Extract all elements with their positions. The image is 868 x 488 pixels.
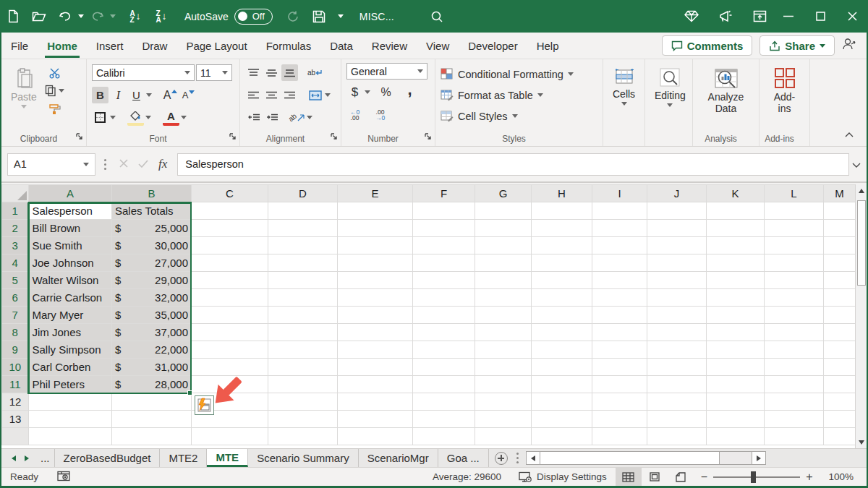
comments-button[interactable]: Comments [662, 35, 753, 56]
cell[interactable] [192, 307, 268, 324]
formula-bar-input[interactable]: Salesperson [177, 153, 849, 176]
align-top-button[interactable] [245, 64, 262, 81]
cell[interactable] [475, 272, 532, 289]
redo-dropdown-icon[interactable] [110, 14, 116, 18]
insert-function-button[interactable]: fx [158, 157, 167, 171]
cell-value[interactable]: $35,000 [112, 307, 192, 324]
select-all-button[interactable] [2, 185, 29, 202]
cell[interactable] [707, 428, 765, 445]
cell[interactable] [647, 324, 707, 341]
cell[interactable] [268, 324, 338, 341]
cell[interactable] [592, 341, 647, 359]
cell[interactable] [532, 341, 592, 359]
cell-name[interactable]: Sally Simpson [29, 341, 112, 359]
cancel-icon[interactable] [119, 158, 128, 171]
column-header[interactable]: K [707, 185, 765, 202]
cell-name[interactable]: Joe Johnson [29, 254, 112, 272]
cell[interactable] [338, 341, 413, 359]
sheet-tab-scenariomgr[interactable]: ScenarioMgr [359, 449, 438, 467]
scroll-down-button[interactable] [856, 436, 867, 448]
horizontal-scrollbar[interactable] [526, 449, 766, 467]
cell[interactable] [413, 324, 475, 341]
cell[interactable] [338, 220, 413, 237]
orientation-button[interactable]: ab [289, 109, 305, 126]
cell-value[interactable]: $31,000 [112, 359, 192, 376]
cell[interactable] [192, 324, 268, 341]
add-ins-button[interactable]: Add-ins [765, 63, 804, 132]
row-header[interactable]: 10 [2, 359, 29, 376]
column-header-b[interactable]: B [112, 185, 192, 202]
column-header[interactable]: E [338, 185, 413, 202]
cell[interactable] [707, 254, 765, 272]
cell[interactable] [268, 202, 338, 220]
cell[interactable] [338, 376, 413, 393]
cell[interactable] [765, 237, 824, 254]
cell[interactable] [413, 359, 475, 376]
save-button[interactable] [308, 6, 330, 27]
cell[interactable] [268, 307, 338, 324]
italic-button[interactable]: I [110, 87, 127, 103]
cell[interactable] [338, 428, 413, 445]
row-header[interactable]: 5 [2, 272, 29, 289]
row-header[interactable]: 12 [2, 393, 29, 411]
cell[interactable] [413, 307, 475, 324]
tab-help[interactable]: Help [527, 34, 569, 58]
cell[interactable] [192, 272, 268, 289]
cell[interactable] [338, 289, 413, 307]
cell[interactable] [765, 272, 824, 289]
cell[interactable] [707, 237, 765, 254]
cell[interactable] [268, 220, 338, 237]
cell[interactable] [707, 289, 765, 307]
cell[interactable] [532, 237, 592, 254]
cell-value[interactable]: $28,000 [112, 376, 192, 393]
paste-button[interactable]: Paste [7, 63, 41, 132]
cell[interactable] [592, 324, 647, 341]
cell[interactable] [765, 202, 824, 220]
cell[interactable] [475, 202, 532, 220]
cell[interactable] [268, 272, 338, 289]
cell[interactable] [707, 220, 765, 237]
increase-decimal-button[interactable]: ←0.00 [346, 106, 363, 123]
cell[interactable] [413, 393, 475, 411]
cell[interactable] [647, 376, 707, 393]
normal-view-button[interactable] [616, 468, 642, 487]
align-middle-button[interactable] [263, 64, 280, 81]
cell[interactable] [707, 411, 765, 428]
cell[interactable] [532, 393, 592, 411]
percent-format-button[interactable]: % [378, 84, 394, 100]
cell[interactable] [413, 411, 475, 428]
cell[interactable] [647, 359, 707, 376]
cell[interactable] [707, 359, 765, 376]
row-header[interactable]: 13 [2, 411, 29, 428]
cell[interactable] [592, 411, 647, 428]
cell[interactable] [707, 376, 765, 393]
row-header[interactable]: 7 [2, 307, 29, 324]
tab-view[interactable]: View [417, 34, 459, 58]
cell[interactable] [413, 220, 475, 237]
scroll-right-button[interactable] [752, 451, 766, 465]
feedback-megaphone-icon[interactable] [715, 6, 736, 27]
row-header[interactable] [2, 428, 29, 445]
cell[interactable] [592, 254, 647, 272]
sheet-tabs-overflow[interactable]: ... [36, 449, 54, 467]
cell[interactable] [112, 411, 192, 428]
new-sheet-button[interactable] [495, 449, 508, 467]
cell[interactable] [413, 428, 475, 445]
cell[interactable] [707, 324, 765, 341]
cell[interactable] [824, 272, 856, 289]
minimize-button[interactable] [773, 0, 804, 33]
cell[interactable] [647, 237, 707, 254]
cell[interactable] [475, 393, 532, 411]
cell[interactable] [192, 341, 268, 359]
cell[interactable] [824, 220, 856, 237]
cell-value[interactable]: $37,000 [112, 324, 192, 341]
copy-button[interactable] [45, 82, 64, 99]
cell[interactable] [338, 411, 413, 428]
bold-button[interactable]: B [92, 87, 109, 103]
align-left-button[interactable] [245, 87, 262, 103]
cell[interactable] [532, 289, 592, 307]
conditional-formatting-button[interactable]: Conditional Formatting [441, 64, 574, 85]
column-header[interactable]: F [413, 185, 475, 202]
sheet-tab-mte[interactable]: MTE [207, 449, 248, 467]
cell[interactable] [707, 202, 765, 220]
